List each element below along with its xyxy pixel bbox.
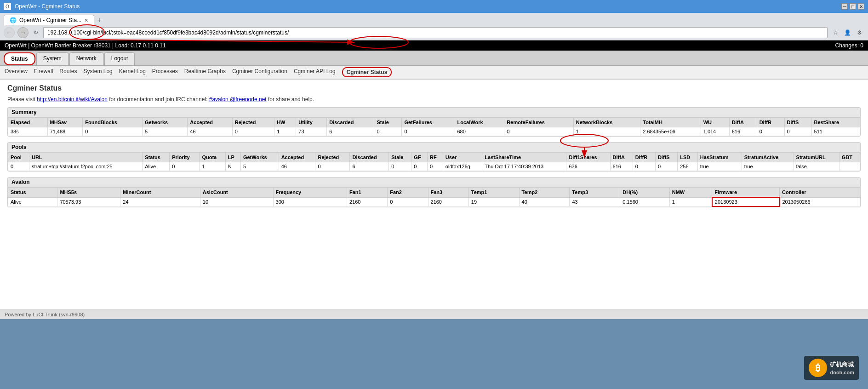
table-cell: 0 <box>784 127 811 136</box>
watermark: ₿ 矿机商城doob.com <box>804 356 859 380</box>
subnav-kernel-log[interactable]: Kernel Log <box>119 67 146 77</box>
table-cell: 0 <box>315 162 350 171</box>
summary-col-getworks: Getworks <box>143 118 188 127</box>
summary-col-localwork: LocalWork <box>455 118 504 127</box>
summary-header: ElapsedMHSavFoundBlocksGetworksAcceptedR… <box>8 118 860 127</box>
avalon-col-nmw: NMW <box>669 188 712 198</box>
pools-col-diffs: DiffS <box>655 153 677 162</box>
table-cell: false <box>794 162 839 171</box>
summary-col-diffs: DiffS <box>784 118 811 127</box>
pools-col-lastsharetime: LastShareTime <box>482 153 566 162</box>
avalon-col-controller: Controller <box>780 188 860 198</box>
table-cell: 1,014 <box>701 127 729 136</box>
table-cell: 616 <box>729 127 757 136</box>
subnav-cgminer-api-log[interactable]: Cgminer API Log <box>294 67 336 77</box>
openwrt-header-text: OpenWrt | OpenWrt Barrier Breaker r38031… <box>5 42 166 49</box>
subnav-firewall[interactable]: Firewall <box>34 67 53 77</box>
subnav-routes[interactable]: Routes <box>59 67 77 77</box>
sub-nav: Overview Firewall Routes System Log Kern… <box>0 66 868 80</box>
subnav-system-log[interactable]: System Log <box>83 67 112 77</box>
subnav-cgminer-config[interactable]: Cgminer Configuration <box>232 67 287 77</box>
browser-actions: ☆ 👤 ⚙ <box>830 28 864 38</box>
table-cell: 0 <box>427 162 443 171</box>
table-cell: 2160 <box>347 197 387 206</box>
pools-header: PoolURLStatusPriorityQuotaLPGetWorksAcce… <box>8 153 860 162</box>
subnav-realtime-graphs[interactable]: Realtime Graphs <box>184 67 226 77</box>
new-tab-button[interactable]: + <box>94 15 104 25</box>
subnav-cgminer-status[interactable]: Cgminer Status <box>342 67 392 77</box>
avalon-wiki-link[interactable]: http://en.bitcoin.it/wiki/Avalon <box>37 96 108 103</box>
table-cell: 19 <box>468 197 519 206</box>
page-title: Cgminer Status <box>7 84 861 92</box>
table-cell <box>839 162 860 171</box>
window-controls[interactable]: ─ □ ✕ <box>841 3 864 10</box>
table-cell: 5 <box>143 127 188 136</box>
tab-close[interactable]: ✕ <box>84 17 88 23</box>
avalon-section: Avalon StatusMHS5sMinerCountAsicCountFre… <box>7 177 861 207</box>
pools-col-diffr: DiffR <box>633 153 655 162</box>
avalon-col-frequency: Frequency <box>273 188 347 198</box>
bookmark-icon[interactable]: ☆ <box>830 28 840 38</box>
table-cell: 0 <box>402 127 455 136</box>
subnav-processes[interactable]: Processes <box>152 67 178 77</box>
settings-icon[interactable]: ⚙ <box>854 28 864 38</box>
watermark-text: 矿机商城doob.com <box>830 360 854 376</box>
avalon-col-mhs5s: MHS5s <box>57 188 120 198</box>
avalon-col-temp1: Temp1 <box>468 188 519 198</box>
nav-tab-logout[interactable]: Logout <box>104 52 135 65</box>
table-cell: 24 <box>120 197 200 206</box>
avalon-title: Avalon <box>8 177 860 187</box>
address-input[interactable] <box>43 27 828 38</box>
table-cell: 1 <box>274 127 296 136</box>
pools-col-discarded: Discarded <box>350 153 389 162</box>
forward-button[interactable]: → <box>17 27 29 38</box>
main-nav: Status System Network Logout <box>0 51 868 66</box>
nav-tab-status[interactable]: Status <box>4 52 35 65</box>
back-button[interactable]: ← <box>4 27 15 38</box>
summary-col-diffa: DiffA <box>729 118 757 127</box>
intro-text: Please visit http://en.bitcoin.it/wiki/A… <box>7 96 861 103</box>
table-cell: 43 <box>570 197 620 206</box>
close-button[interactable]: ✕ <box>858 3 864 10</box>
avalon-col-fan1: Fan1 <box>347 188 387 198</box>
table-cell: 0 <box>633 162 655 171</box>
avalon-col-status: Status <box>8 188 57 198</box>
nav-tab-network[interactable]: Network <box>69 52 103 65</box>
table-cell: true <box>697 162 742 171</box>
pools-col-gf: GF <box>411 153 428 162</box>
pools-col-priority: Priority <box>170 153 200 162</box>
minimize-button[interactable]: ─ <box>841 3 848 10</box>
title-bar: O OpenWrt - Cgminer Status ─ □ ✕ <box>0 0 868 13</box>
freenode-link[interactable]: #avalon @freenode.net <box>209 96 267 103</box>
summary-col-rejected: Rejected <box>232 118 274 127</box>
table-cell: 5 <box>240 162 279 171</box>
table-cell: 6 <box>327 127 374 136</box>
table-cell: 38s <box>8 127 48 136</box>
pools-section: Pools PoolURLStatusPriorityQuotaLPGetWor… <box>7 142 861 172</box>
reload-button[interactable]: ↻ <box>31 28 40 37</box>
table-cell: 71,488 <box>47 127 83 136</box>
avalon-col-temp2: Temp2 <box>519 188 570 198</box>
summary-title: Summary <box>8 108 860 117</box>
tab-favicon: 🌐 <box>10 17 17 23</box>
summary-section: Summary ElapsedMHSavFoundBlocksGetworksA… <box>7 107 861 137</box>
table-cell: Thu Oct 17 17:40:39 2013 <box>482 162 566 171</box>
subnav-overview[interactable]: Overview <box>5 67 28 77</box>
table-cell: Alive <box>8 197 57 206</box>
pools-col-accepted: Accepted <box>279 153 315 162</box>
table-cell: 1 <box>573 127 640 136</box>
table-cell: 0 <box>83 127 143 136</box>
browser-tab[interactable]: 🌐 OpenWrt - Cgminer Sta... ✕ <box>4 15 94 25</box>
pools-col-stale: Stale <box>389 153 411 162</box>
table-cell: 0 <box>8 162 29 171</box>
user-icon[interactable]: 👤 <box>842 28 852 38</box>
pools-col-url: URL <box>29 153 142 162</box>
maximize-button[interactable]: □ <box>850 3 856 10</box>
table-cell: 680 <box>455 127 504 136</box>
pools-col-stratumurl: StratumURL <box>794 153 839 162</box>
table-row: 38s71,48805460173600680012.684355e+061,0… <box>8 127 860 136</box>
avalon-col-asiccount: AsicCount <box>200 188 273 198</box>
intro-middle: for documentation and join IRC channel: <box>109 96 209 103</box>
avalon-col-fan3: Fan3 <box>428 188 468 198</box>
nav-tab-system[interactable]: System <box>36 52 69 65</box>
